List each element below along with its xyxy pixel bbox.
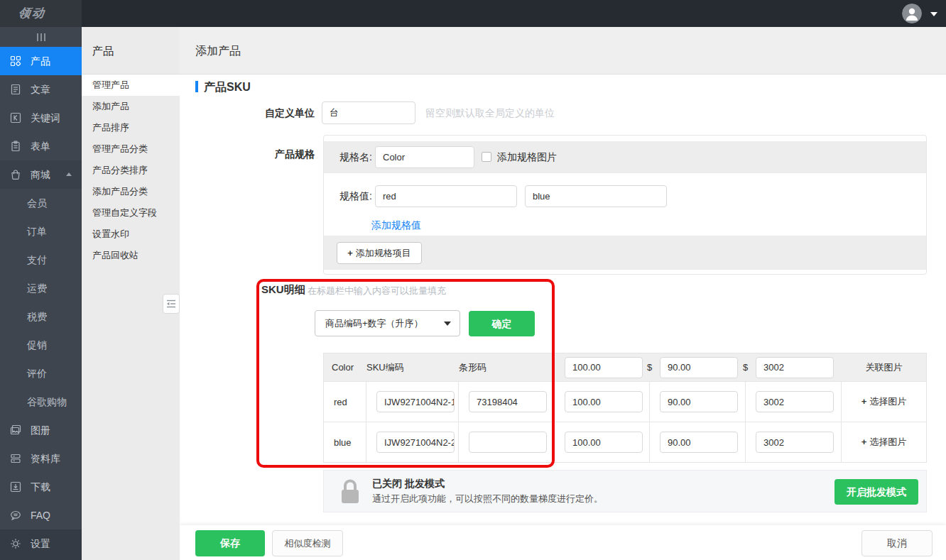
sidebar-item-albums[interactable]: 图册 (0, 416, 82, 444)
spec-value-input-1[interactable] (375, 185, 517, 207)
plus-icon: + (347, 248, 353, 258)
table-header-row: Color SKU编码 条形码 $ $ 关联图片 (324, 353, 926, 381)
price-input[interactable] (565, 391, 643, 412)
select-image-button[interactable]: +选择图片 (861, 395, 907, 408)
batch-fill-select[interactable]: 商品编码+数字（升序） (315, 310, 460, 336)
spec-name-label: 规格名: (339, 141, 372, 173)
submenu-item-add-category[interactable]: 添加产品分类 (82, 181, 180, 202)
wholesale-description: 通过开启此项功能，可以按照不同的数量梯度进行定价。 (372, 493, 603, 505)
section-header: 产品SKU (195, 80, 251, 93)
spec-value-input-2[interactable] (525, 185, 667, 207)
accent-bar (195, 81, 198, 92)
add-spec-image-checkbox[interactable] (482, 152, 491, 162)
sku-table: Color SKU编码 条形码 $ $ 关联图片 red +选择图片 (323, 353, 927, 463)
sidebar-item-faq[interactable]: FAQ (0, 501, 82, 529)
col-header-sku: SKU编码 (366, 353, 459, 381)
sidebar-collapse-handle[interactable] (0, 27, 82, 47)
chat-icon (10, 503, 21, 515)
submenu-item-product-sort[interactable]: 产品排序 (82, 117, 180, 138)
stock-input[interactable] (756, 432, 834, 453)
main-sidebar: 产品 文章 关键词 表单 商城 会员 订单 支付 运费 税费 促销 评价 谷歌购… (0, 27, 82, 560)
submenu-item-watermark[interactable]: 设置水印 (82, 224, 180, 245)
submenu-collapse-button[interactable] (163, 294, 180, 314)
sidebar-item-payment[interactable]: 支付 (0, 246, 82, 274)
submenu-title: 产品 (82, 27, 180, 75)
batch-promo-input[interactable] (660, 357, 738, 378)
person-icon (902, 4, 922, 23)
sidebar-item-downloads[interactable]: 下载 (0, 473, 82, 501)
submenu-item-add-product[interactable]: 添加产品 (82, 96, 180, 117)
keyword-icon (10, 106, 21, 117)
promo-price-input[interactable] (660, 432, 738, 453)
brand-logo: 领动 (16, 0, 47, 27)
bag-icon (10, 163, 21, 174)
save-button[interactable]: 保存 (195, 530, 265, 556)
sku-detail-title: SKU明细 (261, 283, 305, 297)
plus-icon: + (861, 437, 867, 447)
add-spec-value-link[interactable]: 添加规格值 (371, 219, 421, 232)
sidebar-item-keywords[interactable]: 关键词 (0, 104, 82, 132)
sidebar-item-articles[interactable]: 文章 (0, 75, 82, 104)
submenu-item-manage-categories[interactable]: 管理产品分类 (82, 138, 180, 160)
unit-hint: 留空则默认取全局定义的单位 (425, 101, 555, 124)
table-row: red +选择图片 (324, 381, 926, 422)
sidebar-item-mall[interactable]: 商城 (0, 160, 82, 189)
chevron-up-icon (66, 172, 72, 176)
promo-price-input[interactable] (660, 391, 738, 412)
user-avatar[interactable] (902, 4, 922, 23)
sidebar-item-library[interactable]: 资料库 (0, 444, 82, 473)
spec-panel: 规格名: 添加规格图片 规格值: 添加规格值 +添加规格项目 (323, 135, 927, 275)
sidebar-item-members[interactable]: 会员 (0, 189, 82, 217)
col-header-spec: Color (324, 353, 366, 381)
unit-label: 自定义单位 (180, 101, 315, 124)
lock-icon (338, 478, 362, 505)
sidebar-item-forms[interactable]: 表单 (0, 132, 82, 160)
outdent-icon (166, 300, 176, 308)
spec-value-label: 规格值: (339, 185, 372, 207)
plus-icon: + (861, 396, 867, 407)
sidebar-item-promotion[interactable]: 促销 (0, 331, 82, 359)
unit-input[interactable] (322, 101, 415, 124)
sidebar-item-tax[interactable]: 税费 (0, 302, 82, 331)
sidebar-item-reviews[interactable]: 评价 (0, 359, 82, 388)
logo-block: 领动 (0, 0, 82, 27)
batch-stock-input[interactable] (756, 357, 834, 378)
album-icon (10, 418, 21, 429)
chevron-down-icon[interactable] (930, 12, 937, 16)
clipboard-icon (10, 134, 21, 146)
cancel-button[interactable]: 取消 (861, 530, 933, 556)
barcode-input[interactable] (469, 432, 547, 453)
topbar: 领动 (0, 0, 946, 27)
spec-name-input[interactable] (375, 146, 474, 168)
submenu-item-custom-fields[interactable]: 管理自定义字段 (82, 202, 180, 224)
grid-icon (10, 49, 21, 60)
spec-label: 产品规格 (180, 143, 315, 165)
confirm-button[interactable]: 确定 (469, 311, 535, 336)
stock-input[interactable] (756, 391, 834, 412)
sidebar-item-orders[interactable]: 订单 (0, 217, 82, 246)
sidebar-item-google-shopping[interactable]: 谷歌购物 (0, 388, 82, 416)
similarity-check-button[interactable]: 相似度检测 (272, 530, 343, 556)
submenu-item-recycle-bin[interactable]: 产品回收站 (82, 245, 180, 266)
batch-price-input[interactable] (565, 357, 643, 378)
sidebar-item-products[interactable]: 产品 (0, 47, 82, 75)
download-icon (10, 475, 21, 486)
submenu-item-category-sort[interactable]: 产品分类排序 (82, 160, 180, 181)
wholesale-banner: 已关闭 批发模式 通过开启此项功能，可以按照不同的数量梯度进行定价。 开启批发模… (323, 470, 927, 512)
sidebar-item-settings[interactable]: 设置 (0, 529, 82, 560)
price-input[interactable] (565, 432, 643, 453)
sidebar-item-shipping[interactable]: 运费 (0, 274, 82, 302)
add-spec-item-button[interactable]: +添加规格项目 (337, 242, 422, 264)
enable-wholesale-button[interactable]: 开启批发模式 (834, 479, 918, 505)
library-icon (10, 446, 21, 458)
sku-code-input[interactable] (376, 432, 455, 453)
app-window: 领动 产品 文章 关键词 表单 (0, 0, 946, 560)
sku-code-input[interactable] (376, 391, 455, 412)
barcode-input[interactable] (469, 391, 547, 412)
sku-detail-hint: 在标题栏中输入内容可以批量填充 (308, 285, 446, 297)
spec-add-band: +添加规格项目 (324, 236, 926, 270)
add-spec-image-label: 添加规格图片 (497, 141, 557, 173)
col-header-barcode: 条形码 (459, 353, 555, 381)
select-image-button[interactable]: +选择图片 (861, 436, 907, 449)
submenu-item-manage-products[interactable]: 管理产品 (82, 75, 180, 96)
